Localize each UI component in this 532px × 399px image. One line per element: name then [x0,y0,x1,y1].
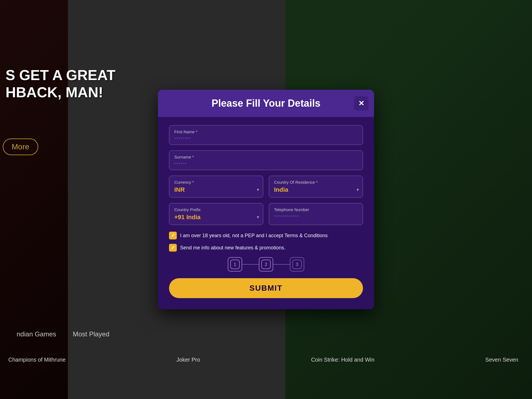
currency-field: Currency * INR ▾ [169,176,263,198]
promo-checkmark: ✓ [171,245,175,251]
surname-field: Surname * •••••• [169,150,363,170]
currency-residence-row: Currency * INR ▾ Country Of Residence * … [169,176,363,198]
first-name-label: First Name * [174,129,358,134]
terms-row: ✓ I am over 18 years old, not a PEP and … [169,232,363,239]
surname-value[interactable]: •••••• [174,161,358,166]
currency-arrow-icon[interactable]: ▾ [257,187,259,192]
first-name-field: First Name * •••••••• [169,125,363,145]
country-residence-label: Country Of Residence * [274,180,358,185]
telephone-value[interactable]: •••••••••••• [274,214,358,219]
first-name-value[interactable]: •••••••• [174,136,358,141]
svg-text:3: 3 [296,262,298,267]
modal-close-button[interactable]: ✕ [354,96,369,111]
step-1: 1 [228,257,242,272]
telephone-label: Telephone Number [274,207,358,212]
modal-body: First Name * •••••••• Surname * •••••• C… [158,117,374,309]
country-prefix-field: Country Prefix +91 India ▾ [169,203,263,225]
steps-row: 1 2 3 [169,257,363,272]
svg-text:1: 1 [234,262,236,267]
modal-dialog: Please Fill Your Details ✕ First Name * … [158,90,374,309]
prefix-telephone-row: Country Prefix +91 India ▾ Telephone Num… [169,203,363,225]
step-2: 2 [259,257,273,272]
country-residence-value[interactable]: India [274,186,358,193]
telephone-field: Telephone Number •••••••••••• [269,203,363,225]
svg-text:2: 2 [265,262,267,267]
step-line-2 [273,264,290,265]
promo-checkbox[interactable]: ✓ [169,244,177,252]
currency-label: Currency * [174,180,258,185]
surname-group: Surname * •••••• [169,150,363,170]
currency-value[interactable]: INR [174,186,258,193]
country-residence-arrow-icon[interactable]: ▾ [357,187,359,192]
modal-header: Please Fill Your Details ✕ [158,90,374,117]
checkbox-area: ✓ I am over 18 years old, not a PEP and … [169,232,363,252]
terms-checkbox[interactable]: ✓ [169,232,177,239]
country-residence-field: Country Of Residence * India ▾ [269,176,363,198]
terms-label: I am over 18 years old, not a PEP and I … [180,233,328,239]
step-3: 3 [290,257,304,272]
country-prefix-value[interactable]: +91 India [174,214,258,221]
modal-title: Please Fill Your Details [212,98,321,109]
promo-label: Send me info about new features & promot… [180,245,285,251]
terms-checkmark: ✓ [171,232,175,239]
promo-row: ✓ Send me info about new features & prom… [169,244,363,252]
submit-button[interactable]: SUBMIT [169,278,363,298]
first-name-group: First Name * •••••••• [169,125,363,145]
country-prefix-label: Country Prefix [174,207,258,212]
modal-backdrop: Please Fill Your Details ✕ First Name * … [0,0,532,399]
surname-label: Surname * [174,155,358,159]
step-line-1 [242,264,259,265]
country-prefix-arrow-icon[interactable]: ▾ [257,214,259,220]
